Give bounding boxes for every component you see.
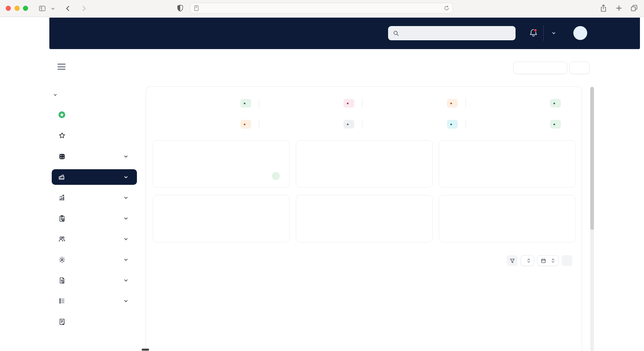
count-badge xyxy=(447,99,458,108)
close-window-button[interactable] xyxy=(6,6,11,11)
project-tasks-icon xyxy=(58,297,66,305)
chevron-down-icon xyxy=(124,196,128,200)
shortcut-purchase-invoice xyxy=(466,98,569,108)
ultimate-plan-icon xyxy=(58,111,66,119)
calendar-icon xyxy=(541,258,546,263)
calculator-icon xyxy=(58,152,66,160)
report-document-icon xyxy=(58,317,66,326)
shortcut-supplier-group xyxy=(259,98,363,108)
forward-button[interactable] xyxy=(80,5,88,12)
toggle-sidebar-icon[interactable] xyxy=(38,4,46,13)
star-icon xyxy=(58,131,66,139)
card-purchase-orders-to-bill xyxy=(439,140,576,188)
refresh-icon[interactable] xyxy=(444,5,449,11)
crm-network-icon xyxy=(58,256,66,264)
chevron-down-icon xyxy=(124,299,128,303)
global-search-input[interactable] xyxy=(388,26,516,40)
chevron-down-icon xyxy=(124,237,128,241)
sidebar-section-public[interactable] xyxy=(53,93,59,97)
sidebar-item-hr[interactable] xyxy=(52,231,137,247)
screen: $ xyxy=(0,0,644,351)
number-cards xyxy=(153,140,576,242)
trend-up-icon xyxy=(272,172,280,180)
card-percent xyxy=(272,172,283,180)
chevron-down-icon xyxy=(124,258,128,262)
page-header xyxy=(49,60,640,75)
create-workspace-button[interactable] xyxy=(513,62,567,74)
count-badge xyxy=(550,99,561,108)
shortcut-supplier-quotation xyxy=(156,119,259,129)
chevron-down-icon xyxy=(124,216,128,221)
notifications-bell-icon[interactable] xyxy=(527,26,540,41)
clipboard-icon xyxy=(58,214,66,222)
edit-button[interactable] xyxy=(569,62,590,74)
browser-chrome xyxy=(0,0,644,17)
up-down-arrows-icon xyxy=(551,258,555,263)
shortcut-supplier xyxy=(156,98,259,108)
workspace-content xyxy=(146,86,582,351)
help-menu[interactable] xyxy=(549,26,556,41)
tab-overview-icon[interactable] xyxy=(630,4,638,12)
shortcut-purchase-receipt xyxy=(362,119,466,129)
chevron-down-icon xyxy=(53,93,57,97)
new-tab-icon[interactable] xyxy=(616,5,622,11)
sidebar-item-payroll[interactable]: $ xyxy=(52,272,137,288)
sidebar-item-purchase[interactable] xyxy=(52,169,137,185)
count-badge xyxy=(447,120,458,129)
chevron-down-icon xyxy=(124,154,128,159)
chevron-down-icon xyxy=(124,175,128,179)
shortcut-item xyxy=(466,119,569,129)
shortcut-purchase-order xyxy=(362,98,466,108)
url-bar[interactable] xyxy=(190,3,453,14)
funnel-icon xyxy=(509,258,515,264)
card-purchase-orders-to-receive xyxy=(153,195,290,242)
purchase-cards-icon xyxy=(58,173,66,181)
sidebar-item-accounts[interactable] xyxy=(52,149,137,164)
vertical-scrollbar[interactable] xyxy=(590,86,594,351)
avatar[interactable] xyxy=(573,26,587,40)
svg-text:$: $ xyxy=(62,281,63,283)
up-down-arrows-icon xyxy=(527,258,530,263)
minimize-window-button[interactable] xyxy=(15,6,20,11)
card-annual-purchase xyxy=(296,140,433,188)
people-icon xyxy=(58,235,66,243)
chart-menu-button[interactable] xyxy=(562,255,572,266)
back-button[interactable] xyxy=(64,5,72,12)
navbar-divider xyxy=(543,25,544,41)
shortcut-links xyxy=(156,98,569,129)
sidebar-item-ultimate-plan[interactable] xyxy=(52,107,137,123)
payroll-document-icon: $ xyxy=(58,276,66,284)
sidebar-item-stock[interactable] xyxy=(52,211,137,226)
vertical-scrollbar-thumb[interactable] xyxy=(590,87,594,230)
share-icon[interactable] xyxy=(599,4,607,13)
count-badge xyxy=(343,99,354,108)
count-badge xyxy=(240,99,251,108)
workspace-menu-icon[interactable] xyxy=(57,64,66,70)
card-payable xyxy=(439,195,576,242)
card-active-suppliers xyxy=(153,140,290,188)
privacy-shield-icon[interactable] xyxy=(176,4,184,12)
chevron-down-icon xyxy=(552,31,556,35)
sidebar: $ xyxy=(49,89,142,351)
sidebar-item-project[interactable] xyxy=(52,293,137,309)
app-navbar xyxy=(49,18,640,49)
chart-header xyxy=(156,252,572,266)
count-badge xyxy=(343,120,354,129)
zoom-window-button[interactable] xyxy=(23,6,28,11)
count-badge xyxy=(240,120,251,129)
sidebar-item-sales[interactable] xyxy=(52,190,137,205)
period-filter-select[interactable] xyxy=(521,255,534,266)
filter-button[interactable] xyxy=(507,255,518,266)
sidebar-item-company-profile[interactable] xyxy=(52,128,137,143)
reader-mode-icon[interactable] xyxy=(194,5,199,11)
sales-chart-icon xyxy=(58,194,66,202)
sidebar-item-crm[interactable] xyxy=(52,252,137,267)
sidebar-item-reports[interactable] xyxy=(52,314,137,329)
shortcut-request-for-quotation xyxy=(259,119,363,129)
sidebar-menu-chevron-icon[interactable] xyxy=(51,6,55,11)
granularity-filter-select[interactable] xyxy=(537,255,558,266)
count-badge xyxy=(550,120,561,129)
horizontal-scrollbar-thumb[interactable] xyxy=(142,349,149,351)
search-icon xyxy=(393,30,399,37)
card-total-incoming-bills xyxy=(296,195,433,242)
